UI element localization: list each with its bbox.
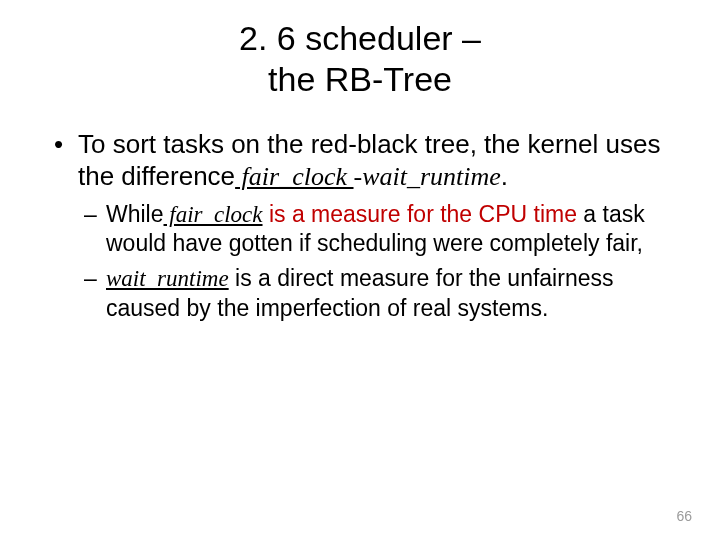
sub-bullet-2: wait_runtime is a direct measure for the… <box>78 264 672 323</box>
sub1-red-text: is a measure for the CPU time <box>263 201 577 227</box>
sub-bullet-list: While fair_clock is a measure for the CP… <box>78 200 672 323</box>
sub2-wait-runtime: wait_runtime <box>106 266 229 291</box>
slide-title: 2. 6 scheduler – the RB-Tree <box>48 18 672 100</box>
title-line-1: 2. 6 scheduler – <box>239 19 481 57</box>
bullet-1-period: . <box>501 161 508 191</box>
wait-runtime-term: -wait_runtime <box>354 162 501 191</box>
slide: 2. 6 scheduler – the RB-Tree To sort tas… <box>0 0 720 540</box>
sub1-fair-clock: fair_clock <box>164 202 263 227</box>
sub1-pre: While <box>106 201 164 227</box>
page-number: 66 <box>676 508 692 524</box>
fair-clock-term: fair_clock <box>235 162 353 191</box>
bullet-1: To sort tasks on the red-black tree, the… <box>48 128 672 323</box>
bullet-list: To sort tasks on the red-black tree, the… <box>48 128 672 323</box>
title-line-2: the RB-Tree <box>268 60 452 98</box>
sub-bullet-1: While fair_clock is a measure for the CP… <box>78 200 672 259</box>
